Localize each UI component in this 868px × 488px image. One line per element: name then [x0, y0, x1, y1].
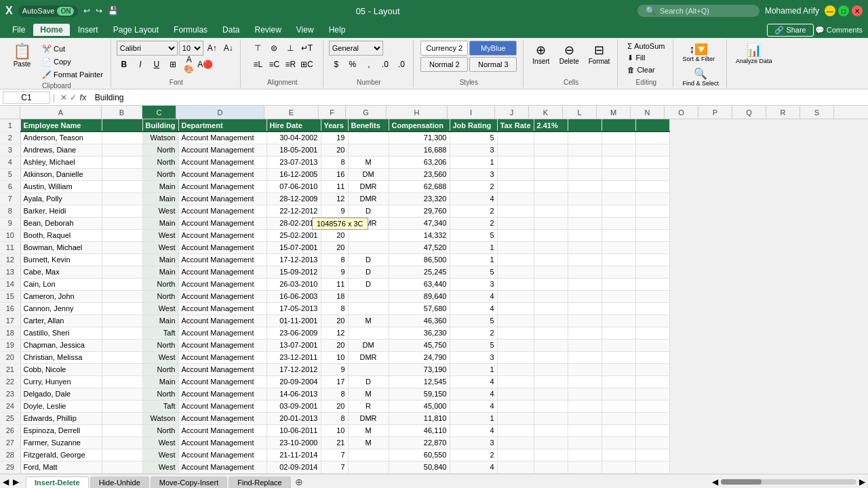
cell-g23[interactable]: M — [348, 388, 389, 400]
cell-j15[interactable] — [497, 290, 534, 302]
cell-g2[interactable] — [348, 131, 389, 144]
cell-e18[interactable]: 23-06-2009 — [267, 327, 321, 339]
cell-k19[interactable] — [534, 339, 568, 351]
row-num-13[interactable]: 13 — [0, 266, 20, 278]
cell-e2[interactable]: 30-04-2002 — [267, 131, 321, 144]
cell-d10[interactable]: Account Management — [178, 229, 267, 241]
cell-k9[interactable] — [534, 217, 568, 229]
cell-k21[interactable] — [534, 363, 568, 375]
cell-e11[interactable]: 15-07-2001 — [267, 241, 321, 253]
cell-i1[interactable]: Job Rating — [450, 119, 497, 131]
cell-g3[interactable] — [348, 144, 389, 156]
cell-f4[interactable]: 8 — [321, 156, 348, 168]
row-num-6[interactable]: 6 — [0, 180, 20, 192]
cell-b29[interactable] — [102, 461, 142, 473]
cell-c21[interactable]: North — [142, 363, 178, 375]
fill-color-button[interactable]: A🎨 — [182, 57, 197, 72]
cell-g26[interactable]: M — [348, 424, 389, 436]
cell-h15[interactable]: 89,640 — [389, 290, 450, 302]
cell-a28[interactable]: Fitzgerald, George — [20, 449, 102, 461]
cell-c15[interactable]: North — [142, 290, 178, 302]
cell-e3[interactable]: 18-05-2001 — [267, 144, 321, 156]
cell-d5[interactable]: Account Management — [178, 168, 267, 180]
cancel-formula-icon[interactable]: ✕ — [60, 93, 67, 102]
cell-f7[interactable]: 12 — [321, 192, 348, 205]
align-left-btn[interactable]: ≡L — [250, 57, 265, 72]
cell-f2[interactable]: 19 — [321, 131, 348, 144]
cell-i25[interactable]: 1 — [450, 412, 497, 424]
cell-b10[interactable] — [102, 229, 142, 241]
sheet-scroll-right[interactable]: ▶ — [859, 477, 865, 487]
cell-c20[interactable]: West — [142, 351, 178, 363]
cell-c7[interactable]: Main — [142, 192, 178, 205]
wrap-text-btn[interactable]: ↵T — [299, 41, 314, 56]
cell-b7[interactable] — [102, 192, 142, 205]
cell-c22[interactable]: Main — [142, 375, 178, 388]
col-header-g[interactable]: G — [346, 106, 387, 119]
cell-f1[interactable]: Years — [321, 119, 348, 131]
cell-h1[interactable]: Compensation — [389, 119, 450, 131]
cell-b12[interactable] — [102, 253, 142, 266]
cell-k2[interactable] — [534, 131, 568, 144]
cell-k24[interactable] — [534, 400, 568, 412]
cell-h22[interactable]: 12,545 — [389, 375, 450, 388]
col-header-o[interactable]: O — [665, 106, 698, 119]
cell-k22[interactable] — [534, 375, 568, 388]
clear-button[interactable]: 🗑 Clear — [624, 64, 658, 75]
cell-a7[interactable]: Ayala, Polly — [20, 192, 102, 205]
cell-e8[interactable]: 22-12-2012 — [267, 205, 321, 217]
cell-i7[interactable]: 4 — [450, 192, 497, 205]
cell-a23[interactable]: Delgado, Dale — [20, 388, 102, 400]
col-header-d[interactable]: D — [176, 106, 264, 119]
cell-e4[interactable]: 23-07-2013 — [267, 156, 321, 168]
cell-k23[interactable] — [534, 388, 568, 400]
cell-f29[interactable]: 7 — [321, 461, 348, 473]
cell-b9[interactable] — [102, 217, 142, 229]
cell-b24[interactable] — [102, 400, 142, 412]
cell-i11[interactable]: 1 — [450, 241, 497, 253]
cell-g12[interactable]: D — [348, 253, 389, 266]
col-header-b[interactable]: B — [102, 106, 142, 119]
col-header-p[interactable]: P — [698, 106, 732, 119]
col-header-l[interactable]: L — [563, 106, 597, 119]
cell-b1[interactable] — [102, 119, 142, 131]
cell-i3[interactable]: 3 — [450, 144, 497, 156]
cell-e24[interactable]: 03-09-2001 — [267, 400, 321, 412]
cell-g22[interactable]: D — [348, 375, 389, 388]
copy-button[interactable]: 📄 Copy — [39, 56, 106, 68]
cell-b5[interactable] — [102, 168, 142, 180]
cell-h14[interactable]: 63,440 — [389, 278, 450, 290]
undo-btn[interactable]: ↩ — [83, 6, 90, 16]
cell-b20[interactable] — [102, 351, 142, 363]
cell-h20[interactable]: 24,790 — [389, 351, 450, 363]
autosum-button[interactable]: Σ AutoSum — [624, 41, 668, 52]
row-num-16[interactable]: 16 — [0, 302, 20, 314]
row-num-3[interactable]: 3 — [0, 144, 20, 156]
row-num-4[interactable]: 4 — [0, 156, 20, 168]
cell-f3[interactable]: 20 — [321, 144, 348, 156]
row-num-9[interactable]: 9 — [0, 217, 20, 229]
cell-e9[interactable]: 28-02-2013 — [267, 217, 321, 229]
normal2-style[interactable]: Normal 2 — [420, 57, 468, 72]
cell-f16[interactable]: 8 — [321, 302, 348, 314]
cell-a10[interactable]: Booth, Raquel — [20, 229, 102, 241]
cell-h4[interactable]: 63,206 — [389, 156, 450, 168]
row-num-18[interactable]: 18 — [0, 327, 20, 339]
align-right-btn[interactable]: ≡R — [283, 57, 298, 72]
cell-h17[interactable]: 46,360 — [389, 314, 450, 327]
cell-a3[interactable]: Andrews, Diane — [20, 144, 102, 156]
row-num-14[interactable]: 14 — [0, 278, 20, 290]
cell-a16[interactable]: Cannon, Jenny — [20, 302, 102, 314]
paste-button[interactable]: 📋 Paste — [7, 41, 37, 70]
row-num-7[interactable]: 7 — [0, 192, 20, 205]
cell-e17[interactable]: 01-11-2001 — [267, 314, 321, 327]
cell-g4[interactable]: M — [348, 156, 389, 168]
cell-h10[interactable]: 14,332 — [389, 229, 450, 241]
cell-d11[interactable]: Account Management — [178, 241, 267, 253]
cell-e10[interactable]: 25-02-2001 — [267, 229, 321, 241]
cell-i28[interactable]: 2 — [450, 449, 497, 461]
sheet-tab-scroll-left[interactable]: ◀ — [3, 477, 9, 487]
formula-input[interactable] — [92, 93, 865, 102]
cell-k12[interactable] — [534, 253, 568, 266]
cell-d3[interactable]: Account Management — [178, 144, 267, 156]
